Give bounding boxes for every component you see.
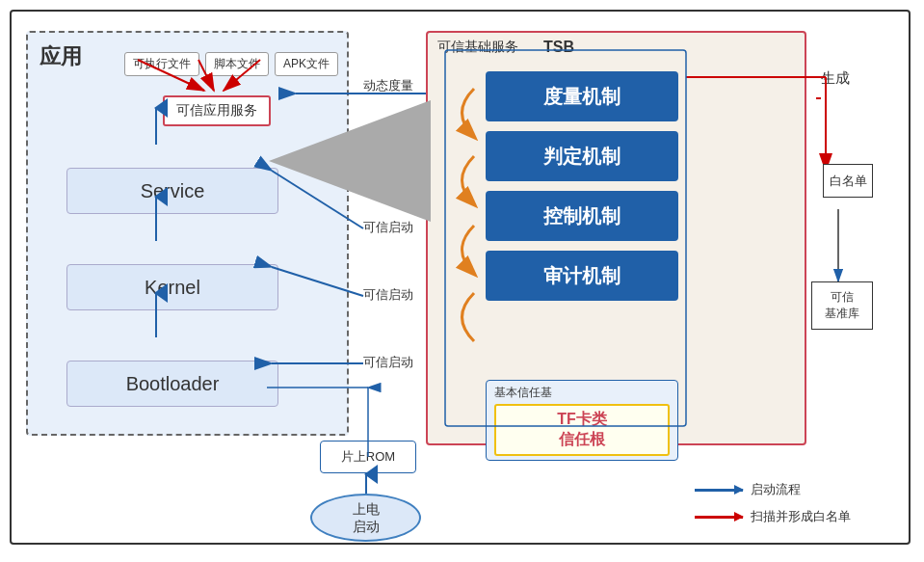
app-region: 应用 可执行文件 脚本文件 APK文件 可信应用服务 Service Kerne… — [26, 31, 349, 436]
executable-file-box: 可执行文件 — [124, 52, 199, 76]
trusted-app-service-box: 可信应用服务 — [163, 95, 271, 126]
mechanism-box-3: 审计机制 — [486, 251, 678, 301]
power-ellipse: 上电启动 — [310, 494, 421, 542]
label-kexin1: 可信启动 — [363, 219, 413, 236]
label-shengcheng: 生成 — [821, 69, 850, 88]
tf-card-box: TF卡类 信任根 — [494, 404, 670, 456]
legend-blue-label: 启动流程 — [751, 481, 801, 498]
main-container: 应用 可执行文件 脚本文件 APK文件 可信应用服务 Service Kerne… — [10, 10, 911, 545]
file-boxes: 可执行文件 脚本文件 APK文件 — [124, 52, 338, 76]
mechanism-boxes: 度量机制 判定机制 控制机制 审计机制 — [486, 71, 678, 301]
trusted-base-label: 可信基础服务 — [437, 39, 518, 56]
kernel-box: Kernel — [66, 264, 278, 310]
rom-box: 片上ROM — [320, 441, 416, 473]
bootloader-box: Bootloader — [66, 361, 278, 407]
apk-file-box: APK文件 — [275, 52, 338, 76]
legend-item-red: 扫描并形成白名单 — [695, 508, 851, 525]
curve-arrows-svg — [445, 69, 493, 349]
label-kexin2: 可信启动 — [363, 286, 413, 304]
basic-trust-region: 基本信任基 TF卡类 信任根 — [486, 380, 678, 461]
label-kexin3: 可信启动 — [363, 354, 413, 371]
app-label: 应用 — [40, 42, 82, 71]
mechanism-box-1: 判定机制 — [486, 131, 678, 181]
label-jingtai: 静态度量 — [363, 151, 413, 169]
mechanism-box-0: 度量机制 — [486, 71, 678, 121]
legend: 启动流程 扫描并形成白名单 — [695, 481, 851, 525]
legend-red-label: 扫描并形成白名单 — [751, 508, 851, 525]
label-dongtai: 动态度量 — [363, 77, 413, 94]
tsb-label: TSB — [543, 39, 574, 56]
trusted-base-region: 可信基础服务 TSB 度量机制 判定机制 控制机制 审计机制 — [426, 31, 806, 445]
trusted-lib-box: 可信基准库 — [811, 281, 873, 330]
basic-trust-label: 基本信任基 — [494, 385, 670, 401]
blue-arrow-icon — [695, 489, 743, 492]
mechanism-box-2: 控制机制 — [486, 191, 678, 241]
legend-item-blue: 启动流程 — [695, 481, 851, 498]
script-file-box: 脚本文件 — [205, 52, 269, 76]
red-arrow-icon — [695, 516, 743, 519]
service-box: Service — [66, 168, 278, 214]
whitelist-box: 白名单 — [823, 164, 873, 198]
